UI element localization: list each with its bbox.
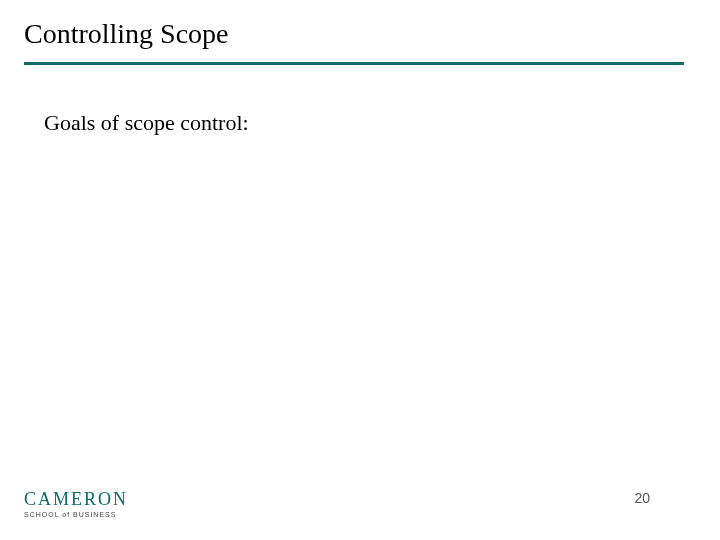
slide-title: Controlling Scope bbox=[24, 18, 229, 50]
slide: Controlling Scope Goals of scope control… bbox=[0, 0, 720, 540]
footer-logo: CAMERON SCHOOL of BUSINESS bbox=[24, 489, 128, 518]
logo-sub-text: SCHOOL of BUSINESS bbox=[24, 511, 128, 518]
logo-main-text: CAMERON bbox=[24, 489, 128, 510]
title-underline bbox=[24, 62, 684, 65]
page-number: 20 bbox=[634, 490, 650, 506]
body-text: Goals of scope control: bbox=[44, 110, 249, 136]
